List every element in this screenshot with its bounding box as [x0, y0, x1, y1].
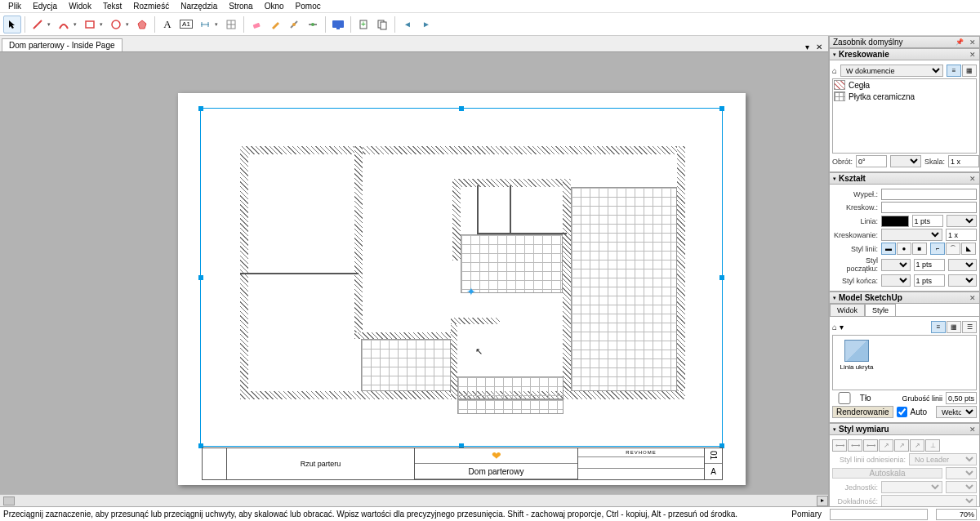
panel-model-header[interactable]: ▾ Model SketchUp ✕ [829, 292, 980, 304]
tab-style[interactable]: Style [865, 304, 896, 316]
dash-select[interactable] [881, 229, 942, 241]
start-size-input[interactable] [914, 259, 945, 271]
scroll-right-icon[interactable]: ▸ [817, 496, 828, 506]
measurement-input[interactable] [830, 509, 928, 520]
style-tool[interactable] [266, 16, 284, 33]
list-view-icon[interactable]: ≡ [931, 321, 946, 333]
rect-tool[interactable] [81, 16, 99, 33]
home-icon[interactable]: ⌂ ▾ [832, 323, 844, 332]
resize-handle[interactable] [719, 106, 724, 111]
collapse-icon[interactable]: ▾ [833, 426, 836, 433]
arc-tool[interactable] [55, 16, 73, 33]
split-tool[interactable] [285, 16, 303, 33]
linejoin-round-icon[interactable]: ⌒ [946, 243, 960, 255]
circle-tool[interactable] [107, 16, 125, 33]
resize-handle[interactable] [198, 106, 203, 111]
hatch-item[interactable]: Cegła [833, 79, 976, 91]
lineend-square-icon[interactable]: ■ [912, 243, 927, 255]
line-tool-menu[interactable]: ▾ [47, 21, 54, 28]
fill-swatch[interactable] [881, 189, 977, 200]
rotation-select[interactable] [890, 155, 921, 167]
menu-pomoc[interactable]: Pomoc [291, 1, 326, 11]
lineend-flat-icon[interactable]: ▬ [881, 243, 896, 255]
render-button[interactable]: Renderowanie [832, 406, 893, 418]
hatch-item[interactable]: Płytka ceramiczna [833, 91, 976, 102]
close-panel-icon[interactable]: ✕ [969, 51, 976, 59]
copy-page-icon[interactable] [373, 16, 391, 33]
line-weight-select[interactable] [947, 215, 978, 227]
line-tool[interactable] [29, 16, 47, 33]
collapse-icon[interactable]: ▾ [833, 176, 836, 182]
end-size-select[interactable] [948, 274, 978, 287]
scroll-thumb[interactable] [3, 497, 15, 505]
menu-widok[interactable]: Widok [64, 1, 96, 11]
hatch-scope-select[interactable]: W dokumencie [840, 65, 943, 77]
table-tool[interactable] [222, 16, 240, 33]
line-weight-input[interactable] [912, 215, 943, 227]
menu-narzedzia[interactable]: Narzędzia [176, 1, 222, 11]
resize-handle[interactable] [198, 275, 203, 280]
lineweight-input[interactable] [946, 392, 977, 404]
menu-okno[interactable]: Okno [260, 1, 289, 11]
panel-shape-header[interactable]: ▾ Kształt ✕ [829, 172, 980, 185]
next-page-icon[interactable]: ► [417, 16, 435, 33]
details-icon[interactable]: ☰ [962, 321, 977, 333]
linejoin-bevel-icon[interactable]: ◣ [961, 243, 976, 255]
close-tray-icon[interactable]: ✕ [969, 38, 976, 47]
line-color-swatch[interactable] [881, 216, 909, 227]
list-view-icon[interactable]: ≡ [947, 65, 961, 77]
dimension-tool[interactable] [196, 16, 214, 33]
render-mode-select[interactable]: Wektor [936, 406, 977, 418]
prev-page-icon[interactable]: ◄ [399, 16, 416, 33]
menu-strona[interactable]: Strona [224, 1, 257, 11]
rect-tool-menu[interactable]: ▾ [100, 21, 106, 28]
scale-input[interactable] [948, 155, 979, 167]
style-thumbnail[interactable]: Linia ukryta [836, 339, 877, 372]
document-tab[interactable]: Dom parterowy - Inside Page [2, 38, 122, 51]
menu-plik[interactable]: Plik [3, 1, 26, 11]
menu-tekst[interactable]: Tekst [98, 1, 127, 11]
eraser-tool[interactable] [247, 16, 265, 33]
hatch-swatch[interactable] [881, 202, 977, 213]
background-checkbox[interactable] [832, 392, 857, 404]
tab-close-icon[interactable]: ✕ [813, 42, 825, 51]
arc-tool-menu[interactable]: ▾ [74, 21, 80, 28]
horizontal-scrollbar[interactable]: ▸ [0, 494, 828, 506]
panel-dim-header[interactable]: ▾ Styl wymiaru ✕ [829, 423, 980, 435]
grid-view-icon[interactable]: ▦ [947, 321, 961, 333]
zoom-input[interactable] [936, 509, 977, 520]
label-tool[interactable]: A1 [177, 16, 195, 33]
select-tool[interactable] [3, 16, 21, 33]
linejoin-miter-icon[interactable]: ⌐ [930, 243, 945, 255]
collapse-icon[interactable]: ▾ [833, 51, 836, 58]
menu-rozmiesc[interactable]: Rozmieść [128, 1, 174, 11]
tray-header[interactable]: Zasobnik domyślny 📌 ✕ [829, 36, 980, 48]
polygon-tool[interactable] [133, 16, 151, 33]
add-page-icon[interactable]: + [354, 16, 372, 33]
collapse-icon[interactable]: ▾ [833, 295, 836, 301]
tab-view[interactable]: Widok [830, 304, 865, 316]
pin-icon[interactable]: 📌 [956, 38, 964, 46]
resize-handle[interactable] [719, 275, 724, 280]
home-icon[interactable]: ⌂ [832, 66, 837, 75]
drawing-viewport[interactable]: ✦ ↖ Rzut parteru ❤ Dom parterowy REVHOME [0, 52, 828, 494]
start-arrow-select[interactable] [881, 259, 911, 271]
close-panel-icon[interactable]: ✕ [969, 425, 976, 434]
dim-tool-menu[interactable]: ▾ [215, 21, 221, 28]
auto-render-checkbox[interactable] [897, 406, 907, 418]
close-panel-icon[interactable]: ✕ [969, 294, 976, 302]
start-size-select[interactable] [948, 259, 978, 271]
rotation-input[interactable] [856, 155, 887, 167]
end-size-input[interactable] [914, 274, 945, 287]
tab-dropdown-icon[interactable]: ▾ [803, 42, 812, 51]
join-tool[interactable] [304, 16, 322, 33]
dash-scale-input[interactable] [946, 229, 977, 241]
menu-edycja[interactable]: Edycja [28, 1, 62, 11]
circle-tool-menu[interactable]: ▾ [126, 21, 132, 28]
end-arrow-select[interactable] [881, 274, 911, 287]
resize-handle[interactable] [459, 106, 464, 111]
panel-hatching-header[interactable]: ▾ Kreskowanie ✕ [829, 48, 980, 60]
text-tool[interactable]: A [158, 16, 176, 33]
grid-view-icon[interactable]: ▦ [962, 65, 977, 77]
lineend-round-icon[interactable]: ● [897, 243, 911, 255]
